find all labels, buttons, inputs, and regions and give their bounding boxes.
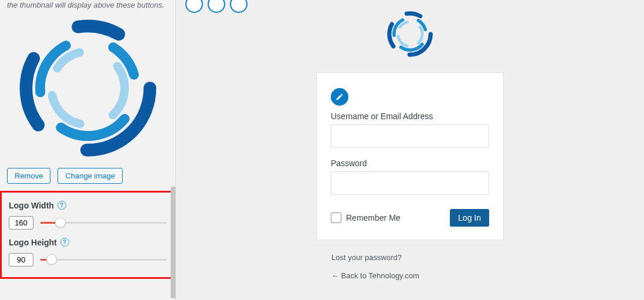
preview-badge-icon[interactable] bbox=[230, 0, 248, 13]
logo-width-control bbox=[9, 216, 167, 230]
password-label: Password bbox=[331, 159, 489, 168]
logo-thumbnail bbox=[7, 14, 168, 167]
back-to-site-link[interactable]: ← Back to Tehnology.com bbox=[331, 271, 500, 280]
preview-badges bbox=[185, 0, 248, 13]
helper-text: the thumbnail will display above these b… bbox=[7, 0, 168, 14]
remember-me-label[interactable]: Remember Me bbox=[331, 213, 401, 223]
remember-me-checkbox[interactable] bbox=[331, 213, 341, 223]
login-button[interactable]: Log In bbox=[450, 209, 489, 227]
password-input[interactable] bbox=[331, 171, 489, 195]
login-links: Lost your password? ← Back to Tehnology.… bbox=[316, 240, 504, 289]
logo-height-slider[interactable] bbox=[40, 254, 167, 265]
logo-width-slider[interactable] bbox=[40, 217, 167, 228]
login-form: Username or Email Address Password Remem… bbox=[316, 72, 504, 240]
logo-size-controls: Logo Width ? Logo Height ? bbox=[0, 191, 175, 279]
preview-pane: Username or Email Address Password Remem… bbox=[176, 0, 644, 300]
username-input[interactable] bbox=[331, 124, 489, 148]
logo-ring-icon bbox=[385, 11, 435, 58]
help-icon[interactable]: ? bbox=[60, 238, 69, 247]
username-label: Username or Email Address bbox=[331, 112, 489, 121]
logo-ring-icon bbox=[18, 18, 158, 159]
logo-height-control bbox=[9, 253, 167, 267]
remove-button[interactable]: Remove bbox=[7, 168, 50, 184]
logo-height-label: Logo Height ? bbox=[9, 238, 167, 247]
preview-badge-icon[interactable] bbox=[185, 0, 203, 13]
edit-shortcut-button[interactable] bbox=[331, 88, 348, 106]
logo-width-input[interactable] bbox=[9, 216, 33, 230]
help-icon[interactable]: ? bbox=[57, 201, 66, 210]
logo-width-label: Logo Width ? bbox=[9, 201, 167, 210]
logo-height-input[interactable] bbox=[9, 253, 33, 267]
login-page: Username or Email Address Password Remem… bbox=[316, 11, 504, 289]
lost-password-link[interactable]: Lost your password? bbox=[331, 253, 500, 262]
customizer-panel: the thumbnail will display above these b… bbox=[0, 0, 176, 300]
thumbnail-actions: Remove Change image bbox=[7, 167, 168, 191]
login-logo bbox=[385, 11, 435, 59]
preview-badge-icon[interactable] bbox=[208, 0, 225, 13]
pencil-icon bbox=[335, 93, 344, 101]
change-image-button[interactable]: Change image bbox=[57, 168, 123, 184]
